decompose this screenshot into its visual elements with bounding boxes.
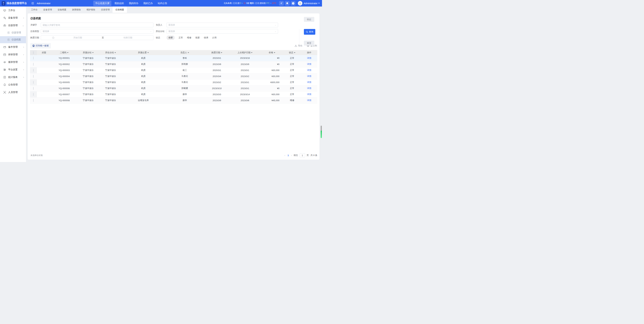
sort-caret-icon[interactable]: [274, 52, 275, 53]
detail-link[interactable]: 详情: [307, 69, 312, 71]
owner-select[interactable]: 请选择 ⌄: [166, 23, 278, 27]
user-menu[interactable]: Administrator: [304, 2, 320, 5]
scrollbar-thumb[interactable]: [321, 126, 322, 138]
reset-button[interactable]: 重置: [304, 41, 314, 45]
column-header-inner[interactable]: 所属位置: [138, 51, 149, 54]
bell-icon[interactable]: [285, 1, 290, 6]
collapse-button[interactable]: 收起: [304, 17, 314, 22]
sort-caret-icon[interactable]: [114, 52, 116, 53]
tab-工作台[interactable]: 工作台: [28, 6, 40, 13]
cell-station: 宁波中波台: [77, 55, 99, 61]
cell-qrcode: YQ-000005: [51, 79, 77, 85]
sort-caret-icon[interactable]: [188, 52, 189, 53]
menu-fold-icon[interactable]: [32, 2, 34, 4]
sort-caret-icon[interactable]: [67, 52, 68, 53]
sort-caret-icon[interactable]: [148, 52, 149, 53]
row-checkbox[interactable]: [33, 69, 34, 72]
tab-仪器管理[interactable]: 仪器管理: [98, 6, 112, 13]
topnav-item[interactable]: 我的已办: [141, 1, 155, 6]
detail-link[interactable]: 详情: [307, 63, 312, 65]
prev-page-button[interactable]: ‹: [284, 154, 285, 157]
sidebar-item[interactable]: 值班管理›: [0, 58, 26, 66]
tab-设备管理[interactable]: 设备管理: [40, 6, 55, 13]
cell-substation: 宁波中波台: [99, 73, 122, 79]
sidebar-item[interactable]: 人员管理: [0, 88, 26, 96]
cell-last_maintain: 2023/3/1: [229, 79, 261, 85]
topnav-item[interactable]: 我的待办: [127, 1, 140, 6]
sidebar-item-label: 仪器管理: [8, 24, 22, 27]
sort-caret-icon[interactable]: [221, 52, 222, 53]
search-button[interactable]: 查询: [304, 29, 315, 35]
keyword-input[interactable]: [42, 24, 152, 26]
sidebar-subitem[interactable]: 仪器档案: [0, 36, 26, 43]
sidebar-item[interactable]: 公告管理: [0, 81, 26, 88]
column-header-label: 二维码: [60, 51, 66, 54]
detail-link[interactable]: 详情: [307, 93, 312, 95]
row-checkbox[interactable]: [33, 99, 34, 102]
goto-page-input[interactable]: [300, 153, 305, 157]
row-checkbox[interactable]: [33, 57, 34, 59]
detail-link[interactable]: 详情: [307, 87, 312, 89]
page-number-button[interactable]: 1: [287, 154, 290, 157]
column-header-inner[interactable]: 上次维护日期: [237, 51, 252, 54]
status-option[interactable]: 正常: [178, 36, 183, 39]
detail-link[interactable]: 详情: [307, 81, 312, 83]
next-page-button[interactable]: ›: [291, 154, 292, 157]
row-checkbox[interactable]: [33, 81, 34, 84]
sidebar-item[interactable]: 工作台: [0, 6, 26, 14]
sidebar-item[interactable]: 设备管理›: [0, 14, 26, 22]
column-header-inner[interactable]: 所属台站: [83, 51, 94, 54]
sidebar-item[interactable]: 统计报表›: [0, 73, 26, 81]
status-option[interactable]: 维修: [187, 36, 191, 39]
tab-仪器档案[interactable]: 仪器档案: [112, 6, 127, 13]
row-checkbox[interactable]: [33, 87, 34, 90]
tab-设备档案[interactable]: 设备档案: [55, 6, 69, 13]
cell-station: 宁波中波台: [77, 79, 99, 85]
row-checkbox[interactable]: [33, 63, 34, 66]
column-header-inner[interactable]: 价格: [269, 51, 275, 54]
row-checkbox[interactable]: [33, 75, 34, 78]
column-header-inner[interactable]: 所在台站: [105, 51, 116, 54]
cell-status: 正常: [283, 61, 301, 67]
sidebar-item[interactable]: 仪器管理⌄: [0, 22, 26, 29]
column-header-inner[interactable]: 负责人: [180, 51, 189, 54]
help-icon[interactable]: ?: [291, 1, 296, 6]
detail-link[interactable]: 详情: [307, 99, 312, 101]
column-header-inner[interactable]: 购置日期: [212, 51, 222, 54]
purchase-date-range[interactable]: 开始日期 至 结束日期: [41, 35, 154, 40]
column-header-inner[interactable]: 状态: [289, 51, 295, 54]
select-all-checkbox[interactable]: [33, 51, 34, 54]
sidebar-item[interactable]: 排班管理›: [0, 51, 26, 58]
sidebar-item[interactable]: 平台设置›: [0, 66, 26, 73]
send-icon[interactable]: [279, 1, 284, 6]
tab-故障报告[interactable]: 故障报告: [69, 6, 84, 13]
sort-caret-icon[interactable]: [92, 52, 94, 53]
sort-caret-icon[interactable]: [251, 52, 252, 53]
detail-link[interactable]: 详情: [307, 75, 312, 77]
topnav-item[interactable]: 中心信息大屏: [93, 1, 111, 6]
column-header-inner[interactable]: 二维码: [60, 51, 68, 54]
station-select[interactable]: 请选择 ⌄: [166, 29, 278, 34]
sort-caret-icon[interactable]: [294, 52, 295, 53]
sidebar-item[interactable]: 备件管理›: [0, 43, 26, 51]
row-checkbox[interactable]: [33, 93, 34, 96]
topnav-item[interactable]: 我发起的: [112, 1, 126, 6]
table-row: YQ-000008宁波中波台宁波中波台运维室仓库柴华2023/3/92023/3…: [30, 97, 317, 103]
cell-action: 详情: [301, 91, 317, 97]
sidebar-subitem[interactable]: 仪器管理: [0, 29, 26, 36]
detail-link[interactable]: 详情: [307, 57, 312, 59]
cell-last_maintain: 2023/3/1: [229, 67, 261, 73]
cell-location: 运维室仓库: [122, 97, 165, 103]
tab-维护报告[interactable]: 维护报告: [84, 6, 98, 13]
status-option[interactable]: 借调: [204, 36, 208, 39]
settings-icon: [3, 68, 6, 71]
row-checkbox-cell: [30, 79, 37, 85]
print-labels-button[interactable]: 打印统一标签: [30, 43, 51, 48]
topnav-item[interactable]: 站内公告: [156, 1, 169, 6]
status-option[interactable]: 报废: [196, 36, 200, 39]
status-option[interactable]: 全部: [166, 35, 174, 40]
header-breadcrumb-admin: Administrator: [37, 2, 50, 5]
type-select[interactable]: 请选择 ⌄: [41, 29, 154, 34]
avatar[interactable]: [298, 1, 302, 5]
status-option[interactable]: 占用: [212, 36, 216, 39]
